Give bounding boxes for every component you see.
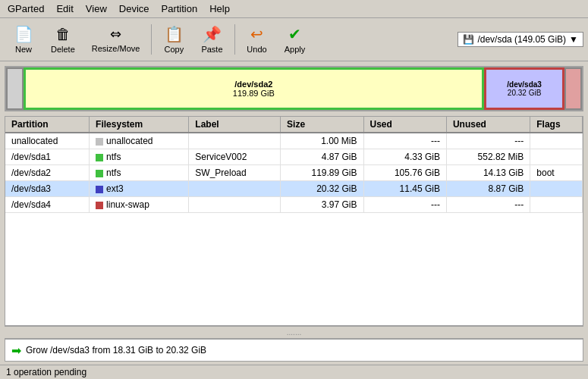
col-flags: Flags xyxy=(530,117,583,133)
toolbar-sep-1 xyxy=(151,24,152,55)
apply-button[interactable]: ✔ Apply xyxy=(276,21,314,58)
device-icon: 💾 xyxy=(463,34,474,45)
cell-label: SW_Preload xyxy=(189,165,281,181)
menu-help[interactable]: Help xyxy=(205,2,234,16)
disk-sda3-size: 20.32 GiB xyxy=(508,89,541,97)
cell-partition: /dev/sda2 xyxy=(5,165,90,181)
col-used: Used xyxy=(363,117,446,133)
col-filesystem: Filesystem xyxy=(90,117,189,133)
cell-unused: --- xyxy=(446,197,530,213)
cell-flags xyxy=(530,197,583,213)
new-label: New xyxy=(15,45,32,54)
col-unused: Unused xyxy=(446,117,530,133)
menu-gparted[interactable]: GParted xyxy=(3,2,49,16)
table-row[interactable]: /dev/sda1 ntfs ServiceV0024.87 GiB4.33 G… xyxy=(5,149,583,165)
cell-unused: 8.87 GiB xyxy=(446,181,530,197)
disk-sda3-name: /dev/sda3 xyxy=(507,80,542,89)
cell-used: 4.33 GiB xyxy=(363,149,446,165)
apply-label: Apply xyxy=(285,45,306,54)
cell-partition: unallocated xyxy=(5,133,90,149)
ops-separator: ....... xyxy=(5,326,583,339)
col-size: Size xyxy=(281,117,363,133)
table-row[interactable]: unallocated unallocated 1.00 MiB------ xyxy=(5,133,583,149)
device-selector[interactable]: 💾 /dev/sda (149.05 GiB) ▼ xyxy=(458,32,583,47)
cell-used: --- xyxy=(363,133,446,149)
undo-button[interactable]: ↩ Undo xyxy=(238,21,276,58)
ops-log: ➡ Grow /dev/sda3 from 18.31 GiB to 20.32… xyxy=(5,339,583,362)
table-row[interactable]: /dev/sda2 ntfs SW_Preload119.89 GiB105.7… xyxy=(5,165,583,181)
cell-label xyxy=(189,197,281,213)
menu-edit[interactable]: Edit xyxy=(52,2,77,16)
menu-device[interactable]: Device xyxy=(115,2,154,16)
copy-label: Copy xyxy=(165,45,184,54)
disk-part-sda2[interactable]: /dev/sda2 119.89 GiB xyxy=(24,67,484,110)
copy-button[interactable]: 📋 Copy xyxy=(155,21,193,58)
cell-size: 4.87 GiB xyxy=(281,149,363,165)
cell-partition: /dev/sda4 xyxy=(5,197,90,213)
copy-icon: 📋 xyxy=(165,25,184,43)
cell-flags: boot xyxy=(530,165,583,181)
cell-flags xyxy=(530,181,583,197)
cell-filesystem: ntfs xyxy=(90,165,189,181)
apply-icon: ✔ xyxy=(288,25,301,43)
menubar: GParted Edit View Device Partition Help xyxy=(0,0,588,18)
disk-part-sda4[interactable] xyxy=(564,67,582,110)
cell-size: 3.97 GiB xyxy=(281,197,363,213)
disk-part-sda3[interactable]: /dev/sda3 20.32 GiB xyxy=(484,67,564,110)
cell-filesystem: ext3 xyxy=(90,181,189,197)
partition-table: Partition Filesystem Label Size Used Unu… xyxy=(5,116,583,326)
table-row[interactable]: /dev/sda3 ext3 20.32 GiB11.45 GiB8.87 Gi… xyxy=(5,181,583,197)
toolbar: 📄 New 🗑 Delete ⇔ Resize/Move 📋 Copy 📌 Pa… xyxy=(0,18,588,61)
delete-icon: 🗑 xyxy=(55,26,71,43)
table-header-row: Partition Filesystem Label Size Used Unu… xyxy=(5,117,583,133)
cell-filesystem: unallocated xyxy=(90,133,189,149)
statusbar: 1 operation pending xyxy=(0,365,588,379)
cell-used: --- xyxy=(363,197,446,213)
resize-label: Resize/Move xyxy=(92,44,140,53)
cell-unused: 14.13 GiB xyxy=(446,165,530,181)
cell-used: 105.76 GiB xyxy=(363,165,446,181)
col-label: Label xyxy=(189,117,281,133)
undo-label: Undo xyxy=(247,45,266,54)
device-dropdown-icon: ▼ xyxy=(569,34,578,45)
menu-view[interactable]: View xyxy=(81,2,112,16)
toolbar-sep-2 xyxy=(234,24,235,55)
cell-size: 20.32 GiB xyxy=(281,181,363,197)
paste-label: Paste xyxy=(201,45,222,54)
cell-label xyxy=(189,181,281,197)
paste-button[interactable]: 📌 Paste xyxy=(193,21,231,58)
paste-icon: 📌 xyxy=(203,25,222,43)
cell-filesystem: linux-swap xyxy=(90,197,189,213)
disk-visual: /dev/sda2 119.89 GiB /dev/sda3 20.32 GiB xyxy=(5,66,583,111)
op-icon: ➡ xyxy=(11,343,21,358)
device-name: /dev/sda (149.05 GiB) xyxy=(477,34,566,45)
op-text: Grow /dev/sda3 from 18.31 GiB to 20.32 G… xyxy=(26,345,206,356)
disk-sda2-size: 119.89 GiB xyxy=(233,89,275,98)
cell-used: 11.45 GiB xyxy=(363,181,446,197)
delete-label: Delete xyxy=(51,45,75,54)
undo-icon: ↩ xyxy=(250,25,263,43)
menu-partition[interactable]: Partition xyxy=(157,2,203,16)
cell-flags xyxy=(530,133,583,149)
cell-partition: /dev/sda1 xyxy=(5,149,90,165)
cell-size: 119.89 GiB xyxy=(281,165,363,181)
cell-label: ServiceV002 xyxy=(189,149,281,165)
cell-label xyxy=(189,133,281,149)
cell-unused: --- xyxy=(446,133,530,149)
cell-size: 1.00 MiB xyxy=(281,133,363,149)
resize-icon: ⇔ xyxy=(110,26,121,42)
cell-unused: 552.82 MiB xyxy=(446,149,530,165)
cell-filesystem: ntfs xyxy=(90,149,189,165)
resize-button[interactable]: ⇔ Resize/Move xyxy=(83,22,149,57)
table-row[interactable]: /dev/sda4 linux-swap 3.97 GiB------ xyxy=(5,197,583,213)
status-text: 1 operation pending xyxy=(6,367,86,377)
cell-partition: /dev/sda3 xyxy=(5,181,90,197)
delete-button[interactable]: 🗑 Delete xyxy=(42,22,83,58)
new-button[interactable]: 📄 New xyxy=(5,21,42,58)
disk-part-sda1[interactable] xyxy=(6,67,24,110)
new-icon: 📄 xyxy=(14,25,33,43)
disk-sda2-name: /dev/sda2 xyxy=(234,80,272,89)
col-partition: Partition xyxy=(5,117,90,133)
cell-flags xyxy=(530,149,583,165)
